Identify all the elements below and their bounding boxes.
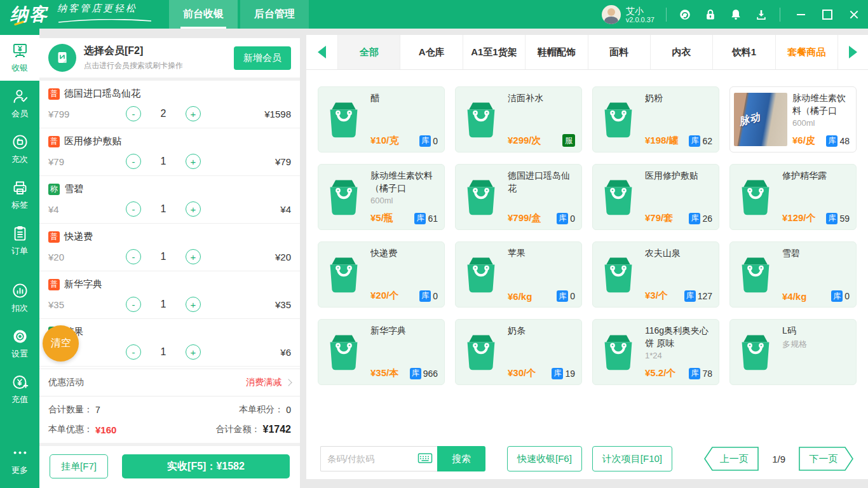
category-tab[interactable]: 鞋帽配饰 (526, 35, 588, 69)
stock-count: 48 (839, 136, 850, 146)
product-name: 雪碧 (782, 247, 850, 260)
category-scroll-right-button[interactable] (837, 35, 868, 69)
product-card[interactable]: 医用修护敷贴 ¥79/套 库26 (592, 164, 719, 230)
qty-plus-button[interactable]: + (186, 344, 201, 360)
qty-plus-button[interactable]: + (186, 249, 201, 264)
qty-plus-button[interactable]: + (186, 154, 201, 169)
product-card[interactable]: 脉动维生素饮料（橘子口 600ml ¥5/瓶 库61 (318, 164, 445, 230)
product-card[interactable]: 脉动 脉动维生素饮料（橘子口 600ml ¥6/皮 库48 (729, 86, 857, 152)
category-tab[interactable]: 饮料1 (713, 35, 775, 69)
stock-badge: 库 (689, 368, 700, 379)
sidebar-item-cashier[interactable]: 收银 (0, 35, 39, 81)
product-card[interactable]: 洁面补水 ¥299/次 服 (455, 86, 582, 152)
sidebar-item-label: 充次 (11, 154, 28, 165)
cart-item-qty: 1 (158, 299, 169, 310)
category-tab[interactable]: 面料 (588, 35, 651, 69)
lock-icon[interactable] (703, 8, 717, 22)
sidebar-item-more[interactable]: 更多 (0, 437, 39, 483)
quick-cashier-button[interactable]: 快速收银[F6] (507, 446, 582, 471)
qty-minus-button[interactable]: - (126, 249, 141, 264)
qty-minus-button[interactable]: - (126, 154, 141, 169)
user-box[interactable]: 艾小 v2.0.0.37 (602, 5, 654, 24)
hold-order-button[interactable]: 挂单[F7] (50, 454, 108, 478)
sidebar-item-orders[interactable]: 订单 (0, 218, 39, 264)
user-name: 艾小 (626, 6, 654, 16)
sidebar-item-top-up[interactable]: 充值 (0, 367, 39, 412)
product-spec: 600ml (792, 118, 850, 128)
category-tab[interactable]: 内衣 (651, 35, 713, 69)
product-card[interactable]: 新华字典 ¥35/本 库966 (318, 319, 445, 385)
item-type-badge: 普 (48, 279, 60, 290)
stock-count: 0 (433, 136, 438, 146)
product-card[interactable]: 醋 ¥10/克 库0 (318, 86, 445, 152)
product-bag-icon (597, 247, 640, 302)
window-close-button[interactable] (849, 10, 859, 20)
category-tab[interactable]: A仓库 (400, 35, 463, 69)
download-icon[interactable] (754, 8, 768, 22)
stock-badge: 库 (689, 135, 700, 147)
product-card[interactable]: 雪碧 ¥4/kg 库0 (729, 241, 857, 308)
qty-minus-button[interactable]: - (126, 106, 141, 121)
product-card[interactable]: 修护精华露 ¥129/个 库59 (729, 164, 857, 230)
product-card[interactable]: 奶粉 ¥198/罐 库62 (592, 86, 719, 152)
clear-cart-button[interactable]: 清空 (43, 325, 79, 362)
sidebar-item-member[interactable]: 会员 (0, 81, 39, 126)
product-name: 醋 (370, 92, 438, 105)
category-tab-all[interactable]: 全部 (338, 35, 400, 69)
product-name: 新华字典 (370, 325, 438, 337)
sidebar-item-settings[interactable]: 设置 (0, 321, 39, 367)
search-button[interactable]: 搜索 (437, 446, 485, 471)
tab-front-cashier[interactable]: 前台收银 (169, 0, 238, 29)
category-tabbar: 全部 A仓库 A1至1货架 鞋帽配饰 面料 内衣 饮料1 套餐商品 (306, 35, 868, 70)
sidebar-item-label-print[interactable]: 标签 (0, 172, 39, 218)
add-member-button[interactable]: 新增会员 (234, 46, 291, 70)
topup-yen-icon (11, 374, 29, 391)
product-card[interactable]: L码 多规格 (729, 319, 857, 385)
qty-plus-button[interactable]: + (186, 201, 201, 217)
product-card[interactable]: 德国进口瑶岛仙花 ¥799/盒 库0 (455, 164, 582, 230)
qty-minus-button[interactable]: - (126, 344, 141, 360)
checkout-button[interactable]: 实收[F5]：¥1582 (122, 454, 290, 478)
counting-item-button[interactable]: 计次项目[F10] (592, 446, 672, 471)
product-name: 奶粉 (645, 92, 712, 105)
product-bag-icon (597, 325, 640, 379)
product-photo: 脉动 (734, 93, 787, 146)
product-card[interactable]: 奶条 ¥30/个 库19 (455, 319, 582, 385)
cart-item: 普 新华字典 ¥35 - 1 + ¥35 (39, 271, 300, 319)
member-person-icon (11, 88, 29, 105)
product-card[interactable]: 农夫山泉 ¥3/个 库127 (592, 241, 719, 308)
product-card[interactable]: 116g奥利奥夹心饼 原味 1*24 ¥5.2/个 库78 (592, 319, 719, 385)
stock-badge: 库 (552, 368, 563, 379)
notification-bell-icon[interactable] (729, 8, 743, 22)
promo-row[interactable]: 优惠活动 消费满减 (39, 369, 300, 396)
next-page-button[interactable]: 下一页 (798, 446, 854, 471)
product-card[interactable]: 苹果 ¥6/kg 库0 (455, 241, 582, 308)
qty-minus-button[interactable]: - (126, 201, 141, 217)
sidebar-item-label: 标签 (11, 200, 28, 211)
page-indicator: 1/9 (772, 454, 785, 464)
category-tab[interactable]: A1至1货架 (463, 35, 526, 69)
product-name: 苹果 (508, 247, 575, 260)
product-price: ¥198/罐 (645, 135, 679, 147)
promo-value: 消费满减 (246, 377, 281, 388)
points-value: 0 (286, 405, 291, 415)
qty-plus-button[interactable]: + (186, 297, 201, 312)
qty-minus-button[interactable]: - (126, 297, 141, 312)
qty-plus-button[interactable]: + (186, 106, 201, 121)
category-tab-package[interactable]: 套餐商品 (776, 35, 837, 69)
stock-badge: 库 (557, 290, 568, 302)
window-maximize-button[interactable] (822, 10, 832, 20)
customer-service-icon[interactable] (678, 8, 692, 22)
window-minimize-button[interactable] (796, 10, 806, 20)
sidebar-item-recharge-times[interactable]: 充次 (0, 126, 39, 172)
tab-backend-manage[interactable]: 后台管理 (240, 0, 309, 29)
member-select-row[interactable]: 选择会员[F2] 点击进行会员搜索或刷卡操作 新增会员 (39, 38, 300, 81)
prev-page-button[interactable]: 上一页 (703, 446, 759, 471)
product-card[interactable]: 快递费 ¥20/个 库0 (318, 241, 445, 308)
sidebar-item-deduct-times[interactable]: 扣次 (0, 275, 39, 321)
stock-count: 0 (570, 291, 575, 301)
cart-item-unit-price: ¥4 (48, 204, 103, 215)
category-scroll-left-button[interactable] (306, 35, 338, 69)
product-bag-icon (459, 170, 503, 224)
keyboard-icon[interactable] (417, 452, 433, 467)
